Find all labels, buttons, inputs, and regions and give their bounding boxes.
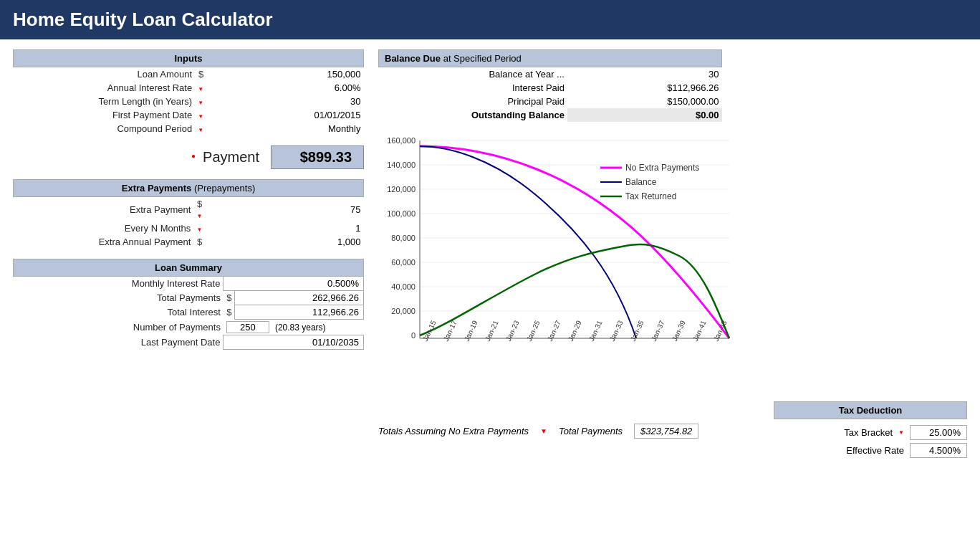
balance-due-table: Balance Due at Specified Period Balance … (378, 49, 722, 122)
principal-paid-label: Principal Paid (379, 95, 567, 108)
extra-annual-row: Extra Annual Payment $ 1,000 (14, 235, 364, 249)
num-payments-extra: (20.83 years) (275, 323, 326, 333)
svg-text:140,000: 140,000 (387, 161, 415, 169)
outstanding-label: Outstanding Balance (379, 108, 567, 122)
total-payments-dollar: $ (224, 291, 235, 305)
payment-value: $899.33 (271, 145, 364, 169)
loan-summary-header: Loan Summary (14, 259, 364, 277)
total-interest-label: Total Interest (14, 305, 224, 320)
monthly-rate-row: Monthly Interest Rate 0.500% (14, 277, 364, 291)
interest-paid-value: $112,966.26 (567, 81, 722, 95)
loan-amount-dollar: $ (195, 67, 206, 82)
first-payment-value[interactable]: 01/01/2015 (206, 108, 363, 122)
total-payments-label: Total Payments (14, 291, 224, 305)
no-extra-total-value: $323,754.82 (634, 424, 698, 439)
num-payments-label: Number of Payments (14, 320, 224, 335)
last-payment-value: 01/10/2035 (224, 335, 364, 350)
first-payment-label: First Payment Date (14, 108, 196, 122)
extra-payment-value[interactable]: 75 (205, 197, 363, 222)
loan-amount-value[interactable]: 150,000 (206, 67, 363, 82)
svg-text:120,000: 120,000 (387, 185, 415, 194)
right-panel: Balance Due at Specified Period Balance … (378, 49, 967, 388)
svg-text:100,000: 100,000 (387, 209, 415, 218)
extra-annual-label: Extra Annual Payment (14, 235, 194, 249)
svg-text:80,000: 80,000 (391, 234, 415, 242)
page-header: Home Equity Loan Calculator (0, 0, 980, 39)
interest-rate-row: Annual Interest Rate ▼ 6.00% (14, 81, 364, 95)
compound-period-label: Compound Period (14, 122, 196, 135)
effective-rate-value: 4.500% (910, 443, 967, 458)
balance-year-value[interactable]: 30 (567, 67, 722, 82)
no-extra-total-label: Total Payments (559, 426, 623, 436)
total-payments-value: 262,966.26 (235, 291, 364, 305)
interest-rate-value[interactable]: 6.00% (206, 81, 363, 95)
svg-text:0: 0 (411, 331, 415, 340)
extra-annual-value[interactable]: 1,000 (205, 235, 363, 249)
balance-due-header: Balance Due at Specified Period (379, 50, 722, 67)
svg-text:Jan-27: Jan-27 (546, 319, 562, 343)
extra-payments-table: Extra Payments (Prepayments) Extra Payme… (13, 179, 364, 249)
inputs-header: Inputs (14, 50, 364, 67)
every-n-value[interactable]: 1 (205, 221, 363, 235)
no-extra-payments-label: Totals Assuming No Extra Payments (378, 426, 529, 436)
balance-year-label: Balance at Year ... (379, 67, 567, 82)
chart-svg: 160,000 140,000 120,000 100,000 80,000 6… (378, 130, 765, 388)
svg-text:Jan-31: Jan-31 (587, 319, 604, 343)
principal-paid-value: $150,000.00 (567, 95, 722, 108)
left-panel: Inputs Loan Amount $ 150,000 Annual Inte… (13, 49, 364, 388)
num-payments-value: 250 (226, 321, 269, 333)
principal-paid-row: Principal Paid $150,000.00 (379, 95, 722, 108)
svg-text:Balance: Balance (625, 177, 657, 187)
svg-text:Jan-17: Jan-17 (442, 319, 458, 343)
num-payments-row: Number of Payments 250 (20.83 years) (14, 320, 364, 335)
extra-payment-row: Extra Payment $ ▼ 75 (14, 197, 364, 222)
extra-payments-header: Extra Payments (Prepayments) (14, 180, 364, 197)
interest-paid-row: Interest Paid $112,966.26 (379, 81, 722, 95)
compound-period-row: Compound Period ▼ Monthly (14, 122, 364, 135)
svg-text:160,000: 160,000 (387, 136, 415, 145)
loan-summary-table: Loan Summary Monthly Interest Rate 0.500… (13, 259, 364, 350)
total-interest-value: 112,966.26 (235, 305, 364, 320)
svg-text:Jan-19: Jan-19 (463, 319, 479, 343)
extra-payment-dollar: $ ▼ (193, 197, 205, 222)
last-payment-label: Last Payment Date (14, 335, 224, 350)
first-payment-marker: ▼ (195, 108, 206, 122)
arrow-marker: ▼ (540, 427, 547, 435)
every-n-row: Every N Months ▼ 1 (14, 221, 364, 235)
svg-text:Jan-37: Jan-37 (650, 319, 666, 343)
every-n-label: Every N Months (14, 221, 194, 235)
svg-text:Jan-41: Jan-41 (691, 319, 708, 343)
svg-text:40,000: 40,000 (391, 282, 415, 291)
monthly-rate-value: 0.500% (224, 277, 364, 291)
svg-text:Jan-39: Jan-39 (671, 319, 687, 343)
svg-text:Jan-25: Jan-25 (525, 319, 542, 343)
effective-rate-label: Effective Rate (846, 445, 904, 456)
svg-text:Jan-23: Jan-23 (504, 319, 521, 343)
page-title: Home Equity Loan Calculator (13, 9, 273, 30)
total-interest-dollar: $ (224, 305, 235, 320)
payment-label: Payment (203, 149, 259, 166)
interest-paid-label: Interest Paid (379, 81, 567, 95)
interest-rate-marker: ▼ (195, 81, 206, 95)
svg-text:Jan-35: Jan-35 (629, 319, 645, 343)
term-length-row: Term Length (in Years) ▼ 30 (14, 95, 364, 108)
extra-payment-label: Extra Payment (14, 197, 194, 222)
svg-text:No Extra Payments: No Extra Payments (625, 163, 699, 173)
loan-amount-label: Loan Amount (14, 67, 196, 82)
svg-text:Jan-29: Jan-29 (567, 319, 583, 343)
payment-display: ● Payment $899.33 (13, 145, 364, 169)
outstanding-value: $0.00 (567, 108, 722, 122)
total-interest-row: Total Interest $ 112,966.26 (14, 305, 364, 320)
first-payment-row: First Payment Date ▼ 01/01/2015 (14, 108, 364, 122)
bottom-totals-area: Totals Assuming No Extra Payments ▼ Tota… (378, 424, 759, 439)
term-length-value[interactable]: 30 (206, 95, 363, 108)
tax-deduction-panel: Tax Deduction Tax Bracket ▼ 25.00% Effec… (774, 401, 967, 461)
tax-bracket-value[interactable]: 25.00% (910, 425, 967, 440)
svg-text:Jan-21: Jan-21 (484, 319, 500, 343)
every-n-marker: ▼ (193, 221, 205, 235)
effective-rate-row: Effective Rate 4.500% (774, 443, 967, 458)
svg-text:Tax Returned: Tax Returned (625, 191, 676, 201)
compound-period-value[interactable]: Monthly (206, 122, 363, 135)
tax-bracket-row: Tax Bracket ▼ 25.00% (774, 425, 967, 440)
term-length-label: Term Length (in Years) (14, 95, 196, 108)
